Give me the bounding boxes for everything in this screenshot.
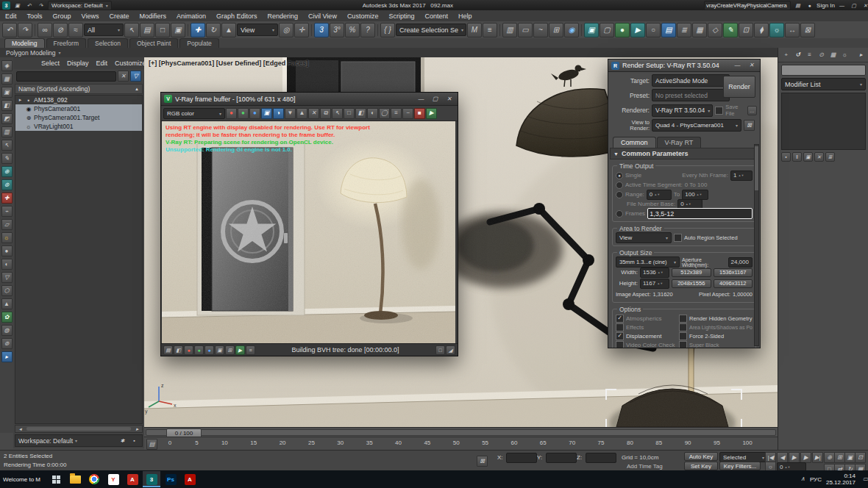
tab-common[interactable]: Common [613,137,656,148]
menu-views[interactable]: Views [77,11,104,21]
zoom-all-icon[interactable]: ⊞ [834,452,845,463]
explorer-sort-header[interactable]: Name (Sorted Ascending) ▲ [15,84,143,94]
side-tool-icon[interactable]: ▽ [1,272,13,283]
modifier-stack[interactable] [781,93,866,150]
rectangular-selection-icon[interactable]: □ [155,23,170,37]
reference-coordinate-dropdown[interactable]: View▾ [237,24,278,36]
range-to-field[interactable]: 100▲▼ [682,190,708,200]
clear-search-icon[interactable]: ✕ [118,71,129,82]
misc-tool-icon[interactable]: ⊠ [800,23,815,37]
exposure-icon[interactable]: ◐ [367,108,378,119]
open-explorer-icon[interactable]: ▤ [661,23,676,37]
menu-group[interactable]: Group [48,11,77,21]
area-lights-checkbox[interactable] [679,323,687,331]
height-field[interactable]: 1167▲▼ [640,279,669,289]
side-tool-icon[interactable]: ● [1,245,13,256]
vfb-image-area[interactable]: Using RT engine with display disabled fo… [162,121,455,343]
stamp-blue-icon[interactable]: ● [204,345,214,355]
select-by-name-icon[interactable]: ▤ [140,23,154,37]
material-editor-icon[interactable]: ◉ [564,23,579,37]
schematic-view-icon[interactable]: ⊞ [549,23,563,37]
percent-snap-icon[interactable]: % [345,23,360,37]
close-icon[interactable]: ✕ [746,60,757,71]
resize-grip-icon[interactable]: ◢ [446,345,455,355]
side-tool-icon[interactable]: ⊚ [1,338,13,349]
acrobat-icon[interactable]: A [181,471,199,487]
side-tool-icon[interactable]: ◐ [1,259,13,270]
render-hidden-checkbox[interactable] [679,315,687,323]
maxscript-listener-label[interactable]: Welcome to M [3,476,46,483]
select-link-icon[interactable]: ∞ [38,23,52,37]
render-setup-titlebar[interactable]: R Render Setup: V-Ray RT 3.50.04 — ✕ [608,60,760,72]
side-tool-icon[interactable]: ▥ [1,126,13,137]
measure-distance-icon[interactable]: ↔ [785,23,800,37]
filter-funnel-icon[interactable]: ▽ [130,71,141,82]
preset-dropdown[interactable]: No preset selected▾ [652,89,730,101]
side-tool-icon[interactable]: ☼ [1,232,13,243]
command-search-input[interactable] [704,1,791,10]
scroll-left-icon[interactable]: ◂ [15,424,25,434]
menu-scripting[interactable]: Scripting [383,11,419,21]
3dsmax-taskbar-icon[interactable]: 3 [143,471,160,487]
use-center-icon[interactable]: ◎ [279,23,294,37]
range-radio[interactable] [616,191,623,198]
menu-help[interactable]: Help [453,11,477,21]
list-item[interactable]: ☼ VRayLight001 [15,122,142,131]
z-coordinate-field[interactable] [586,453,616,463]
expand-icon[interactable]: ▸ [17,97,24,103]
side-tool-icon[interactable]: ▣ [1,87,13,98]
displacement-checkbox[interactable]: ✓ [616,332,624,340]
search-input[interactable] [16,71,116,82]
frames-field[interactable]: 1,3,5-12 [647,208,753,219]
zoom-extents-all-icon[interactable]: ⊡ [855,452,866,463]
list-item[interactable]: ▸ ▪ AM138_092 [15,96,142,104]
open-mini-curve-editor-icon[interactable]: ▤ [146,439,157,450]
display-filter-icon[interactable]: ▦ [692,23,707,37]
close-icon[interactable]: ✕ [444,93,455,104]
go-to-end-icon[interactable]: ▶| [812,452,823,463]
display-tab-icon[interactable]: ▦ [828,49,839,60]
menu-customize[interactable]: Customize [342,11,384,21]
list-item[interactable]: ◉ PhysCamera001 [15,104,142,113]
time-slider-track[interactable] [146,429,776,436]
side-tool-icon[interactable]: ⬡ [1,285,13,296]
x-coordinate-field[interactable] [506,453,537,463]
pin-stack-icon[interactable]: ▪ [781,152,791,162]
side-tool-icon[interactable]: ⌁ [1,206,13,217]
progress-icon[interactable]: ▶ [235,345,245,355]
video-color-check-checkbox[interactable] [616,341,624,349]
width-field[interactable]: 1536▲▼ [640,268,669,278]
unlink-icon[interactable]: ⊘ [53,23,68,37]
menu-create[interactable]: Create [104,11,134,21]
ribbon-tab-modeling[interactable]: Modeling [4,38,45,48]
info-icon[interactable]: ≡ [246,345,255,355]
track-bar[interactable]: ▤ 05 1015 2025 3035 4045 5055 6065 7075 … [144,437,778,451]
side-tool-icon[interactable]: ◍ [1,325,13,336]
resolution-4096-button[interactable]: 4096x3112 [714,279,753,288]
channel-dropdown[interactable]: RGB color▾ [163,108,225,119]
stamp-icon[interactable]: ▣ [215,345,224,355]
configure-modifier-icon[interactable]: ≣ [825,152,835,162]
renderer-dropdown[interactable]: V-Ray RT 3.50.04▾ [652,104,713,117]
side-tool-icon[interactable]: ✿ [1,312,13,323]
side-tool-icon[interactable]: ⊛ [1,179,13,190]
pin-icon[interactable]: ▪ [129,436,139,445]
tab-vray-rt[interactable]: V-Ray RT [657,137,702,148]
red-channel-icon[interactable]: ● [226,108,237,119]
minimize-icon[interactable]: — [732,60,743,71]
sign-in-button[interactable]: Sign In [817,2,835,9]
save-file-browse-button[interactable]: … [747,106,757,115]
selection-set-key-dropdown[interactable]: Selected▾ [719,452,768,462]
rendered-frame-window-icon[interactable]: ▢ [600,23,614,37]
snapshot-icon[interactable]: ⧫ [754,23,769,37]
select-object-icon[interactable]: ↖ [124,23,139,37]
language-indicator[interactable]: РУС [810,476,822,483]
every-nth-frame-field[interactable]: 1▲▼ [730,171,753,181]
gear-icon[interactable]: ✱ [118,436,127,445]
save-icon[interactable]: ▣ [13,1,22,10]
menu-graph-editors[interactable]: Graph Editors [211,11,263,21]
light-lister-icon[interactable]: ☼ [769,23,784,37]
clear-image-icon[interactable]: ✕ [308,108,319,119]
mirror-icon[interactable]: M [467,23,482,37]
minimize-icon[interactable]: — [837,1,847,10]
